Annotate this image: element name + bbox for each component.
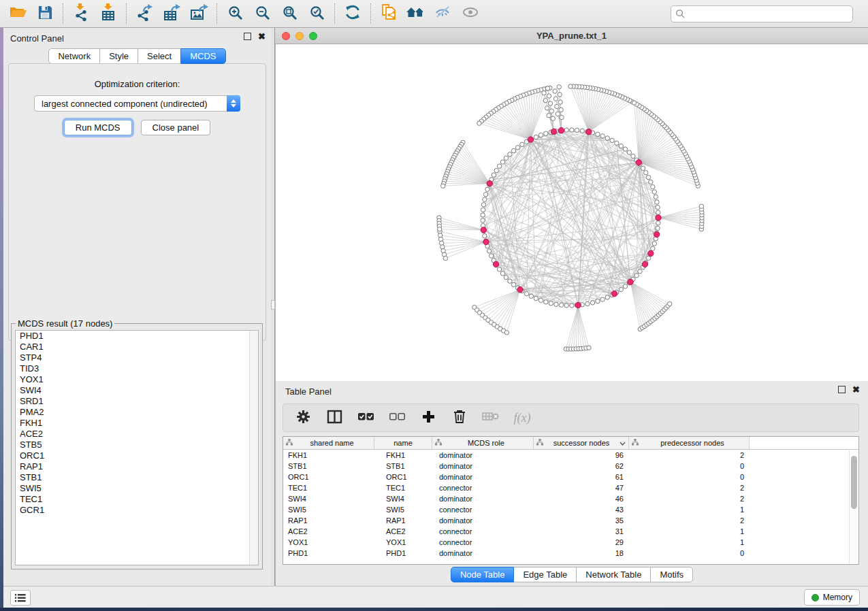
cell-shared-name: RAP1 bbox=[283, 516, 374, 525]
refresh-view-button[interactable] bbox=[339, 2, 366, 25]
mcds-result-item[interactable]: ORC1 bbox=[16, 450, 258, 461]
show-all-button[interactable] bbox=[457, 2, 484, 25]
mcds-result-item[interactable]: SWI5 bbox=[16, 483, 258, 494]
tab-edge-table[interactable]: Edge Table bbox=[513, 567, 577, 582]
column-header-MCDS-role[interactable]: MCDS role bbox=[432, 437, 534, 449]
refresh-view-icon bbox=[344, 4, 361, 23]
mcds-result-item[interactable]: PMA2 bbox=[16, 407, 258, 418]
export-table-button[interactable] bbox=[158, 2, 185, 25]
task-history-button[interactable] bbox=[10, 590, 31, 606]
table-row[interactable]: RAP1RAP1dominator352 bbox=[283, 515, 858, 526]
export-image-button[interactable] bbox=[185, 2, 212, 25]
close-table-panel-icon[interactable]: ✖ bbox=[852, 386, 860, 393]
table-row[interactable]: ORC1ORC1dominator610 bbox=[283, 472, 858, 482]
column-header-predecessor-nodes[interactable]: predecessor nodes bbox=[629, 437, 750, 449]
run-mcds-button[interactable]: Run MCDS bbox=[64, 120, 132, 135]
add-column-button[interactable] bbox=[419, 409, 437, 427]
delete-column-button[interactable] bbox=[451, 409, 468, 427]
mcds-result-item[interactable]: SWI4 bbox=[16, 385, 258, 396]
table-row[interactable]: ACE2ACE2connector311 bbox=[283, 526, 858, 537]
toolbar-separator bbox=[334, 3, 335, 24]
mcds-result-item[interactable]: STB5 bbox=[16, 440, 258, 450]
mcds-result-item[interactable]: CAR1 bbox=[16, 342, 258, 352]
import-table-file-button[interactable] bbox=[95, 2, 122, 25]
close-panel-icon[interactable]: ✖ bbox=[258, 33, 266, 40]
table-row[interactable]: YOX1YOX1connector291 bbox=[283, 537, 858, 548]
table-header-row: shared namenameMCDS rolesuccessor nodesp… bbox=[283, 437, 858, 450]
deselect-all-button[interactable] bbox=[388, 409, 406, 427]
float-panel-icon[interactable] bbox=[244, 33, 251, 40]
network-graph[interactable] bbox=[276, 44, 868, 381]
mcds-list-scrollbar[interactable] bbox=[249, 331, 258, 565]
status-bar: Memory bbox=[3, 586, 868, 608]
node-table[interactable]: shared namenameMCDS rolesuccessor nodesp… bbox=[283, 436, 859, 565]
zoom-in-button[interactable] bbox=[221, 2, 248, 25]
table-row[interactable]: SWI5SWI5connector431 bbox=[283, 504, 858, 515]
first-neighbors-button[interactable] bbox=[402, 2, 430, 25]
toolbar-separator bbox=[216, 3, 217, 24]
cell-predecessor-nodes: 0 bbox=[629, 473, 750, 481]
first-neighbors-icon bbox=[406, 4, 426, 23]
split-panel-button[interactable] bbox=[325, 409, 343, 427]
save-session-button[interactable] bbox=[31, 2, 59, 25]
export-network-button[interactable] bbox=[131, 2, 158, 25]
cell-shared-name: ORC1 bbox=[283, 473, 374, 481]
table-panel-tabs: Node TableEdge TableNetwork TableMotifs bbox=[276, 567, 868, 582]
search-input[interactable] bbox=[686, 9, 852, 19]
column-type-icon bbox=[435, 439, 442, 447]
open-file-icon bbox=[9, 4, 27, 23]
search-box[interactable] bbox=[671, 5, 853, 22]
close-panel-button[interactable]: Close panel bbox=[141, 120, 211, 135]
column-header-successor-nodes[interactable]: successor nodes bbox=[534, 437, 629, 449]
column-header-name[interactable]: name bbox=[374, 437, 432, 449]
table-scrollbar-thumb[interactable] bbox=[851, 456, 857, 509]
mcds-result-item[interactable]: GCR1 bbox=[16, 505, 258, 516]
table-scrollbar[interactable] bbox=[849, 450, 858, 563]
network-view[interactable] bbox=[275, 44, 868, 381]
table-row[interactable]: STB1STB1dominator620 bbox=[283, 461, 858, 472]
cell-name: PHD1 bbox=[374, 549, 432, 557]
optimization-criterion-select[interactable]: largest connected component (undirected) bbox=[34, 95, 240, 112]
float-table-panel-icon[interactable] bbox=[838, 386, 846, 393]
table-row[interactable]: TEC1TEC1connector472 bbox=[283, 482, 858, 493]
zoom-selected-button[interactable] bbox=[303, 2, 330, 25]
mcds-result-item[interactable]: STB1 bbox=[16, 472, 258, 483]
mcds-result-group: MCDS result (17 nodes) PHD1CAR1STP4TID3Y… bbox=[11, 318, 263, 569]
mcds-result-item[interactable]: RAP1 bbox=[16, 461, 258, 472]
column-label: shared name bbox=[293, 439, 371, 447]
mcds-result-item[interactable]: TEC1 bbox=[16, 494, 258, 505]
cell-predecessor-nodes: 2 bbox=[629, 516, 750, 525]
open-file-button[interactable] bbox=[4, 2, 31, 25]
table-row[interactable]: FKH1FKH1dominator962 bbox=[283, 450, 858, 461]
tab-select[interactable]: Select bbox=[138, 48, 181, 64]
tab-style[interactable]: Style bbox=[99, 48, 138, 64]
tab-network-table[interactable]: Network Table bbox=[576, 567, 651, 582]
network-window-title: YPA_prune.txt_1 bbox=[275, 31, 868, 41]
hide-selected-button[interactable] bbox=[430, 2, 457, 25]
mcds-result-item[interactable]: PHD1 bbox=[16, 331, 258, 342]
mcds-result-item[interactable]: TID3 bbox=[16, 363, 258, 374]
table-row[interactable]: SWI4SWI4dominator462 bbox=[283, 493, 858, 504]
table-row[interactable]: PHD1PHD1dominator180 bbox=[283, 548, 858, 559]
select-all-button[interactable] bbox=[357, 409, 374, 427]
mcds-result-item[interactable]: YOX1 bbox=[16, 374, 258, 385]
mcds-result-list[interactable]: PHD1CAR1STP4TID3YOX1SWI4SRD1PMA2FKH1ACE2… bbox=[15, 330, 259, 565]
tab-network[interactable]: Network bbox=[48, 48, 100, 64]
import-network-file-button[interactable] bbox=[67, 2, 95, 25]
network-window-titlebar[interactable]: YPA_prune.txt_1 bbox=[275, 28, 868, 44]
zoom-fit-button[interactable] bbox=[276, 2, 303, 25]
tab-mcds[interactable]: MCDS bbox=[180, 48, 225, 64]
cell-MCDS-role: dominator bbox=[432, 549, 534, 557]
mcds-result-item[interactable]: SRD1 bbox=[16, 396, 258, 407]
memory-button[interactable]: Memory bbox=[804, 589, 860, 606]
mcds-result-item[interactable]: STP4 bbox=[16, 352, 258, 363]
zoom-out-button[interactable] bbox=[248, 2, 276, 25]
tab-motifs[interactable]: Motifs bbox=[650, 567, 693, 582]
settings-button[interactable] bbox=[294, 409, 312, 427]
tab-node-table[interactable]: Node Table bbox=[451, 567, 515, 582]
column-header-shared-name[interactable]: shared name bbox=[283, 437, 374, 449]
mcds-result-item[interactable]: FKH1 bbox=[16, 418, 258, 429]
duplicate-network-button[interactable] bbox=[375, 2, 402, 25]
cell-successor-nodes: 96 bbox=[534, 451, 629, 459]
mcds-result-item[interactable]: ACE2 bbox=[16, 429, 258, 440]
